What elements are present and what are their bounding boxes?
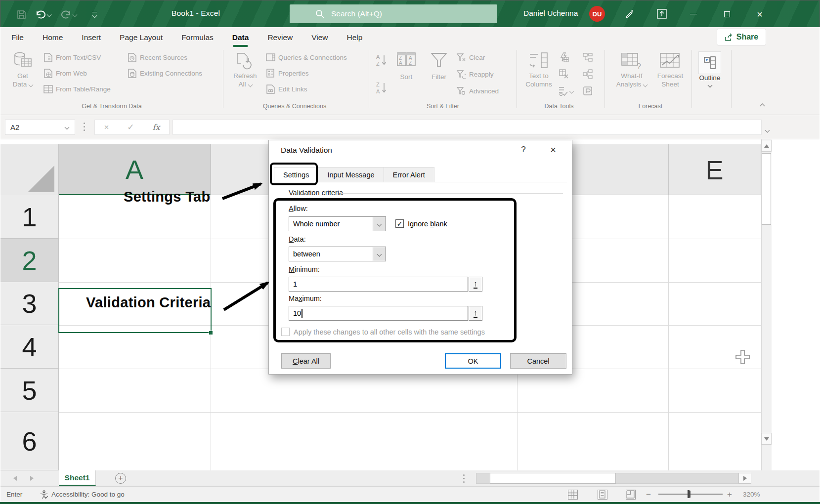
- row-header-4[interactable]: 4: [0, 325, 59, 369]
- status-mode: Enter: [6, 491, 22, 498]
- refresh-all-button[interactable]: Refresh All: [230, 51, 260, 89]
- flash-fill-icon[interactable]: [559, 52, 569, 62]
- close-button[interactable]: ×: [748, 0, 771, 28]
- name-box-dropdown-icon[interactable]: [65, 125, 70, 130]
- cancel-button[interactable]: Cancel: [510, 353, 566, 369]
- sort-button[interactable]: ZAAZ Sort: [394, 51, 419, 82]
- accessibility-status[interactable]: Accessibility: Good to go: [51, 491, 125, 498]
- column-header-a[interactable]: A: [59, 144, 211, 195]
- row-header-1[interactable]: 1: [0, 195, 59, 239]
- row-header-3[interactable]: 3: [0, 282, 59, 325]
- clear-filter-button[interactable]: Clear: [456, 52, 485, 62]
- zoom-out-button[interactable]: −: [646, 490, 651, 500]
- tab-review[interactable]: Review: [267, 28, 293, 46]
- tab-insert[interactable]: Insert: [82, 28, 101, 46]
- normal-view-icon[interactable]: [568, 490, 578, 500]
- user-name[interactable]: Daniel Uchenna: [523, 9, 578, 18]
- text-to-columns-button[interactable]: Text to Columns: [522, 51, 555, 89]
- fill-handle[interactable]: [209, 331, 213, 335]
- dialog-tab-input-message[interactable]: Input Message: [318, 167, 384, 182]
- collapse-ribbon-button[interactable]: [761, 101, 764, 110]
- minimize-button[interactable]: [682, 0, 705, 28]
- cancel-entry-icon[interactable]: ×: [104, 123, 109, 132]
- reapply-filter-button[interactable]: Reapply: [456, 69, 494, 79]
- tab-help[interactable]: Help: [347, 28, 363, 46]
- insert-function-icon[interactable]: fx: [153, 123, 160, 132]
- new-sheet-button[interactable]: +: [115, 473, 126, 484]
- consolidate-icon[interactable]: [583, 52, 593, 62]
- zoom-slider-thumb[interactable]: [688, 490, 690, 498]
- sort-za-button[interactable]: ZA: [375, 81, 388, 95]
- column-header-e[interactable]: E: [668, 144, 761, 195]
- row-header-5[interactable]: 5: [0, 369, 59, 412]
- clear-all-button[interactable]: Clear All: [281, 353, 331, 369]
- remove-duplicates-icon[interactable]: [559, 69, 569, 79]
- forecast-sheet-button[interactable]: Forecast Sheet: [654, 51, 687, 89]
- namebox-resize-handle[interactable]: [84, 123, 85, 131]
- avatar[interactable]: DU: [589, 6, 605, 22]
- share-button[interactable]: Share: [717, 29, 766, 45]
- row-header-2[interactable]: 2: [0, 239, 59, 282]
- ribbon-display-options-icon[interactable]: [655, 7, 669, 21]
- outline-button[interactable]: Outline: [698, 51, 721, 87]
- from-text-csv-button[interactable]: From Text/CSV: [43, 52, 101, 62]
- page-layout-view-icon[interactable]: [598, 490, 607, 500]
- scroll-right-button[interactable]: [738, 473, 751, 484]
- what-if-analysis-button[interactable]: ? What-If Analysis: [612, 51, 651, 89]
- page-break-view-icon[interactable]: [626, 490, 636, 500]
- get-data-button[interactable]: Get Data: [8, 51, 37, 89]
- customize-qat-icon[interactable]: [87, 7, 101, 21]
- formula-input[interactable]: [173, 120, 762, 135]
- zoom-level[interactable]: 320%: [743, 491, 760, 498]
- tab-data[interactable]: Data: [232, 28, 249, 46]
- svg-text:A: A: [399, 60, 402, 66]
- confirm-entry-icon[interactable]: ✓: [127, 122, 134, 132]
- scroll-down-button[interactable]: [761, 433, 772, 445]
- next-sheet-icon[interactable]: [30, 476, 34, 481]
- search-box[interactable]: Search (Alt+Q): [290, 4, 497, 23]
- tab-file[interactable]: File: [11, 28, 24, 46]
- zoom-slider-track[interactable]: [658, 494, 723, 495]
- horizontal-scroll-thumb[interactable]: [490, 473, 616, 484]
- dialog-tab-error-alert[interactable]: Error Alert: [384, 167, 434, 182]
- filter-button[interactable]: Filter: [427, 51, 451, 82]
- tab-formulas[interactable]: Formulas: [181, 28, 214, 46]
- dialog-close-icon[interactable]: ×: [546, 143, 561, 156]
- from-table-range-button[interactable]: From Table/Range: [43, 84, 111, 94]
- maximize-button[interactable]: [716, 0, 738, 28]
- select-all-corner[interactable]: [0, 144, 59, 195]
- expand-formula-bar-icon[interactable]: [766, 125, 769, 134]
- prev-sheet-icon[interactable]: [13, 476, 17, 481]
- recent-sources-button[interactable]: Recent Sources: [127, 52, 187, 62]
- dialog-help-icon[interactable]: ?: [518, 145, 529, 155]
- save-icon[interactable]: [14, 7, 28, 21]
- zoom-in-button[interactable]: +: [727, 490, 732, 500]
- advanced-filter-button[interactable]: Advanced: [456, 86, 499, 96]
- queries-connections-icon: [265, 52, 275, 62]
- tab-view[interactable]: View: [311, 28, 328, 46]
- annotation-criteria-text: Validation Criteria: [86, 294, 211, 311]
- sort-az-button[interactable]: AZ: [375, 53, 388, 67]
- ok-button[interactable]: OK: [445, 353, 501, 369]
- row-header-6[interactable]: 6: [0, 412, 59, 470]
- sheet-tab-sheet1[interactable]: Sheet1: [59, 470, 96, 486]
- data-model-icon[interactable]: [583, 86, 593, 96]
- formula-bar: A2 × ✓ fx: [0, 115, 820, 139]
- existing-connections-button[interactable]: Existing Connections: [127, 68, 202, 78]
- scroll-up-button[interactable]: [761, 140, 772, 152]
- edit-links-button[interactable]: Edit Links: [265, 84, 307, 94]
- get-data-icon: [13, 51, 33, 72]
- data-validation-button[interactable]: [558, 86, 573, 96]
- properties-button[interactable]: Properties: [265, 68, 309, 78]
- tab-home[interactable]: Home: [43, 28, 63, 46]
- vertical-scroll-thumb[interactable]: [762, 153, 771, 225]
- tab-page-layout[interactable]: Page Layout: [120, 28, 163, 46]
- undo-button[interactable]: [33, 7, 53, 21]
- tabbar-splitter[interactable]: [463, 474, 465, 483]
- queries-connections-button[interactable]: Queries & Connections: [265, 52, 347, 62]
- sparkle-pen-icon[interactable]: [622, 7, 636, 21]
- name-box[interactable]: A2: [5, 120, 75, 135]
- redo-button[interactable]: [59, 7, 79, 21]
- relationships-icon[interactable]: [583, 69, 593, 79]
- from-web-button[interactable]: From Web: [43, 68, 87, 78]
